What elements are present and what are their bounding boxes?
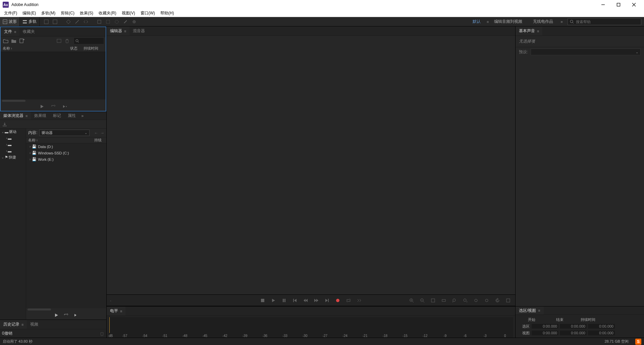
zoom-in-button[interactable] — [408, 297, 415, 304]
menu-clip[interactable]: 剪辑(C) — [58, 10, 77, 17]
tab-effects-rack[interactable]: 效果组 — [31, 112, 50, 120]
files-col-duration[interactable]: 持续时间 — [84, 46, 104, 51]
menu-help[interactable]: 帮助(H) — [158, 10, 177, 17]
tab-history[interactable]: 历史记录≡ — [0, 320, 27, 329]
waveform-view-button[interactable]: 波形 — [0, 17, 20, 26]
tree-shortcuts-root[interactable]: ⌄⚑快捷 — [0, 154, 26, 160]
zoom-in-point-button[interactable] — [451, 297, 458, 304]
play-button[interactable] — [270, 297, 277, 304]
tab-properties[interactable]: 属性 — [64, 112, 79, 120]
forward-button[interactable] — [313, 297, 320, 304]
tool-time-selection[interactable] — [95, 18, 103, 26]
delete-icon[interactable] — [64, 38, 70, 44]
media-import-icon[interactable] — [2, 122, 7, 127]
record-button[interactable] — [334, 297, 341, 304]
media-hscrollbar[interactable] — [28, 308, 51, 310]
workspace-overflow[interactable]: » — [558, 19, 565, 24]
menu-file[interactable]: 文件(F) — [1, 10, 20, 17]
tool-lasso[interactable] — [113, 18, 121, 26]
tree-drive-item[interactable]: ›▬ — [0, 148, 26, 154]
tab-media-browser[interactable]: 媒体浏览器≡ — [0, 112, 31, 120]
maximize-button[interactable] — [614, 1, 623, 8]
help-search-input[interactable] — [576, 20, 639, 24]
media-tabs-overflow[interactable]: » — [79, 114, 86, 118]
tab-favorites[interactable]: 收藏夹 — [19, 27, 38, 36]
view-duration-field[interactable]: 0:00.000 — [588, 331, 615, 335]
files-autoplay-button[interactable] — [62, 104, 68, 110]
import-file-icon[interactable] — [11, 38, 17, 44]
media-play-button[interactable] — [54, 313, 58, 317]
tool-brush[interactable] — [121, 18, 129, 26]
tab-levels[interactable]: 电平≡ — [107, 306, 125, 316]
prev-button[interactable] — [291, 297, 299, 304]
drive-item-e[interactable]: ›💾Work (E:) — [26, 156, 106, 162]
files-hscrollbar[interactable] — [2, 100, 25, 102]
files-col-status[interactable]: 状态 — [70, 46, 84, 51]
help-search-box[interactable] — [568, 18, 641, 25]
menu-view[interactable]: 视图(V) — [119, 10, 138, 17]
tab-markers[interactable]: 标记 — [50, 112, 64, 120]
zoom-selection-button[interactable] — [440, 297, 447, 304]
menu-effects[interactable]: 效果(S) — [77, 10, 96, 17]
drive-item-d[interactable]: ›💾Data (D:) — [26, 143, 106, 150]
minimize-button[interactable] — [598, 1, 608, 8]
view-end-field[interactable]: 0:00.000 — [560, 331, 587, 335]
zoom-in-amp-button[interactable] — [472, 297, 480, 304]
drive-item-c[interactable]: ›💾Windows-SSD (C:) — [26, 150, 106, 156]
workspace-edit-audio-to-video[interactable]: 编辑音频到视频 — [489, 17, 528, 26]
tab-essential-sound[interactable]: 基本声音≡ — [516, 26, 542, 36]
files-play-button[interactable] — [39, 104, 45, 110]
media-col-name[interactable]: 名称↑ — [28, 138, 94, 143]
zoom-out-amp-button[interactable] — [483, 297, 490, 304]
zoom-out-button[interactable] — [419, 297, 426, 304]
next-button[interactable] — [323, 297, 331, 304]
zoom-out-point-button[interactable] — [462, 297, 469, 304]
tool-spectral-freq[interactable] — [42, 18, 50, 26]
tree-drive-item[interactable]: ›▬ — [0, 141, 26, 148]
tool-marquee[interactable] — [104, 18, 112, 26]
preset-dropdown[interactable]: ⌄ — [531, 49, 641, 55]
files-search-box[interactable] — [74, 38, 104, 44]
tool-spectral-pitch[interactable] — [51, 18, 59, 26]
media-loop-button[interactable] — [64, 313, 68, 317]
selection-start-field[interactable]: 0:00.000 — [532, 324, 558, 329]
skip-selection-button[interactable] — [356, 297, 363, 304]
tool-slip[interactable] — [82, 18, 90, 26]
media-back-icon[interactable]: ← — [94, 131, 98, 135]
selection-end-field[interactable]: 0:00.000 — [560, 324, 587, 329]
selection-duration-field[interactable]: 0:00.000 — [588, 324, 615, 329]
tree-drive-item[interactable]: ›▬ — [0, 135, 26, 141]
multitrack-view-button[interactable]: 多轨 — [20, 17, 40, 26]
files-search-input[interactable] — [79, 39, 103, 43]
new-file-icon[interactable] — [19, 38, 25, 44]
loop-button[interactable] — [345, 297, 352, 304]
files-loop-button[interactable] — [50, 104, 56, 110]
tab-selection-view[interactable]: 选区/视图≡ — [516, 306, 544, 315]
zoom-toggle-button[interactable] — [504, 297, 512, 304]
menu-edit[interactable]: 编辑(E) — [20, 10, 39, 17]
close-button[interactable] — [629, 1, 639, 8]
menu-multitrack[interactable]: 多轨(M) — [39, 10, 58, 17]
rewind-button[interactable] — [302, 297, 309, 304]
insert-icon[interactable] — [56, 38, 62, 44]
media-col-duration[interactable]: 持续 — [94, 138, 104, 143]
ime-indicator[interactable]: S — [635, 339, 641, 345]
workspace-radio-production[interactable]: 无线电作品 — [528, 17, 558, 26]
zoom-full-button[interactable] — [429, 297, 437, 304]
content-dropdown[interactable]: 驱动器⌄ — [39, 130, 90, 136]
open-file-icon[interactable] — [3, 38, 9, 44]
pause-button[interactable] — [280, 297, 288, 304]
files-col-name[interactable]: 名称↑ — [3, 46, 70, 51]
workspace-default[interactable]: 默认 — [467, 17, 486, 26]
menu-window[interactable]: 窗口(W) — [138, 10, 158, 17]
tool-razor[interactable] — [73, 18, 81, 26]
media-fwd-icon[interactable]: → — [100, 131, 104, 135]
trash-icon[interactable] — [100, 331, 104, 336]
tab-mixer[interactable]: 混音器 — [129, 26, 148, 36]
tool-spot-heal[interactable] — [130, 18, 138, 26]
zoom-reset-button[interactable] — [494, 297, 501, 304]
tree-drives-root[interactable]: ⌄▬驱动 — [0, 129, 26, 135]
tab-video[interactable]: 视频 — [27, 320, 42, 329]
tab-files[interactable]: 文件≡ — [1, 27, 19, 36]
view-start-field[interactable]: 0:00.000 — [532, 331, 558, 335]
